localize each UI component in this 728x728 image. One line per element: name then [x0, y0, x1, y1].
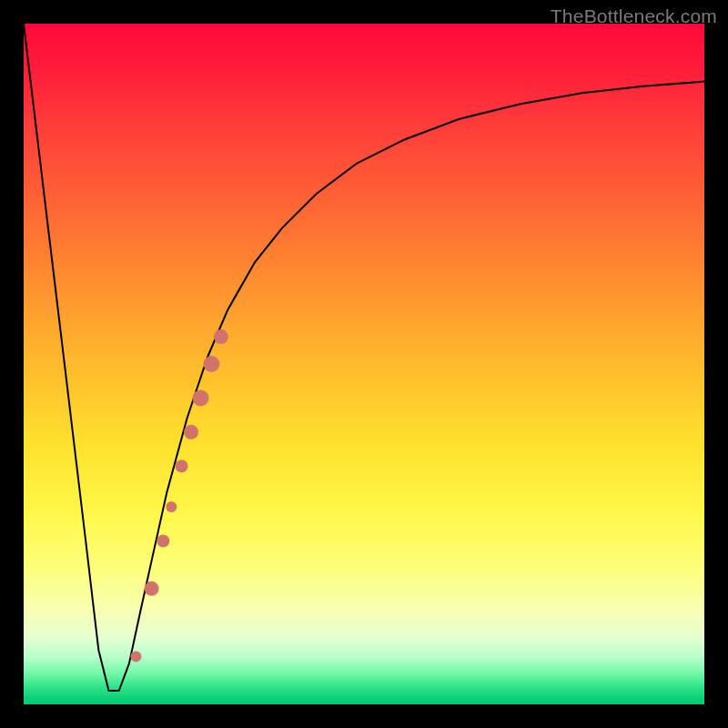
highlight-dot [166, 501, 177, 512]
chart-svg [24, 24, 704, 704]
highlight-dot [214, 329, 228, 344]
plot-area [24, 24, 704, 704]
highlight-dot [193, 389, 209, 406]
highlight-dot [203, 356, 219, 372]
watermark-text: TheBottleneck.com [551, 5, 717, 27]
highlight-dot [176, 460, 188, 472]
highlight-dots [130, 329, 228, 662]
highlight-dot [145, 581, 159, 596]
bottleneck-curve [24, 24, 704, 691]
highlight-dot [184, 425, 198, 440]
highlight-dot [130, 652, 141, 662]
highlight-dot [157, 535, 169, 548]
chart-frame: TheBottleneck.com [0, 0, 728, 728]
